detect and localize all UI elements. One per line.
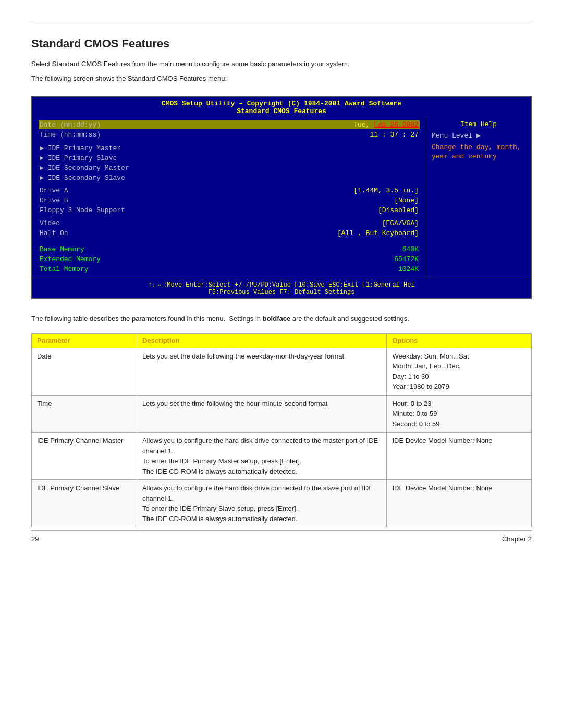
bios-sidebar-title: Item Help	[432, 120, 525, 128]
bios-total-mem-value: 1024K	[398, 265, 419, 273]
bios-screen: CMOS Setup Utility – Copyright (C) 1984-…	[31, 96, 532, 299]
col-header-options: Options	[387, 333, 532, 348]
bios-floppy-value: [Disabled]	[378, 206, 419, 214]
table-cell-param: Date	[32, 348, 137, 395]
bios-base-mem-value: 640K	[402, 245, 419, 253]
bios-ext-mem-value: 65472K	[394, 255, 419, 263]
page-title: Standard CMOS Features	[31, 37, 532, 51]
table-row: IDE Primary Channel MasterAllows you to …	[32, 433, 532, 480]
table-cell-param: IDE Primary Channel Master	[32, 433, 137, 480]
table-cell-desc: Lets you set the date following the week…	[137, 348, 387, 395]
chapter-label: Chapter 2	[502, 535, 532, 543]
col-header-parameter: Parameter	[32, 333, 137, 348]
bios-drive-b-label: Drive B	[40, 196, 68, 204]
table-cell-desc: Lets you set the time following the hour…	[137, 395, 387, 433]
table-cell-opts: IDE Device Model Number: None	[387, 433, 532, 480]
table-cell-desc: Allows you to configure the hard disk dr…	[137, 480, 387, 527]
table-cell-param: IDE Primary Channel Slave	[32, 480, 137, 527]
bios-ext-mem-label: Extended Memory	[40, 255, 101, 263]
table-cell-opts: IDE Device Model Number: None	[387, 480, 532, 527]
bios-video-value: [EGA/VGA]	[382, 219, 419, 227]
bios-header: CMOS Setup Utility – Copyright (C) 1984-…	[32, 97, 531, 116]
bios-drive-a-label: Drive A	[40, 187, 68, 194]
bios-ide-item-4: ▶ IDE Secondary Slave	[39, 173, 420, 182]
table-intro-text: The following table describes the parame…	[31, 314, 532, 325]
bios-ide-item-1: ▶ IDE Primary Master	[39, 143, 420, 153]
bios-floppy-label: Floppy 3 Mode Support	[40, 206, 125, 214]
table-header-row: Parameter Description Options	[32, 333, 532, 348]
bios-footer: ↑↓→←:Move Enter:Select +/-/PU/PD:Value F…	[32, 279, 531, 298]
bios-sidebar-menu: Menu Level ▶	[432, 131, 525, 140]
bios-drive-b-value: [None]	[394, 196, 419, 204]
table-cell-opts: Hour: 0 to 23Minute: 0 to 59Second: 0 to…	[387, 395, 532, 433]
intro-text-1: Select Standard CMOS Features from the m…	[31, 59, 532, 69]
params-table: Parameter Description Options DateLets y…	[31, 333, 532, 528]
bios-main-panel: Date (mm:dd:yy) Tue, Feb 26 2002 Time (h…	[32, 116, 426, 279]
bios-total-mem-label: Total Memory	[40, 265, 89, 273]
bios-date-label: Date (mm:dd:yy)	[40, 121, 101, 129]
bios-video-label: Video	[40, 219, 60, 227]
table-cell-desc: Allows you to configure the hard disk dr…	[137, 433, 387, 480]
table-row: IDE Primary Channel Slave Allows you to …	[32, 480, 532, 527]
bios-sidebar-desc: Change the day, month, year and century	[432, 143, 525, 162]
page-footer: 29 Chapter 2	[31, 530, 532, 543]
intro-text-2: The following screen shows the Standard …	[31, 73, 532, 84]
bios-sidebar: Item Help Menu Level ▶ Change the day, m…	[426, 116, 531, 279]
bios-drive-a-value: [1.44M, 3.5 in.]	[353, 187, 419, 194]
table-row: TimeLets you set the time following the …	[32, 395, 532, 433]
bios-date-value: Tue, Feb 26 2002	[353, 121, 419, 129]
bios-halt-label: Halt On	[40, 229, 68, 237]
page-number: 29	[31, 535, 39, 543]
col-header-description: Description	[137, 333, 387, 348]
bios-base-mem-label: Base Memory	[40, 245, 84, 253]
bios-halt-value: [All , But Keyboard]	[337, 229, 419, 237]
table-cell-param: Time	[32, 395, 137, 433]
bios-time-label: Time (hh:mm:ss)	[40, 131, 101, 139]
bios-ide-item-3: ▶ IDE Secondary Master	[39, 163, 420, 172]
bios-ide-item-2: ▶ IDE Primary Slave	[39, 153, 420, 163]
table-cell-opts: Weekday: Sun, Mon...SatMonth: Jan, Feb..…	[387, 348, 532, 395]
bios-time-value: 11 : 37 : 27	[370, 131, 419, 139]
table-row: DateLets you set the date following the …	[32, 348, 532, 395]
